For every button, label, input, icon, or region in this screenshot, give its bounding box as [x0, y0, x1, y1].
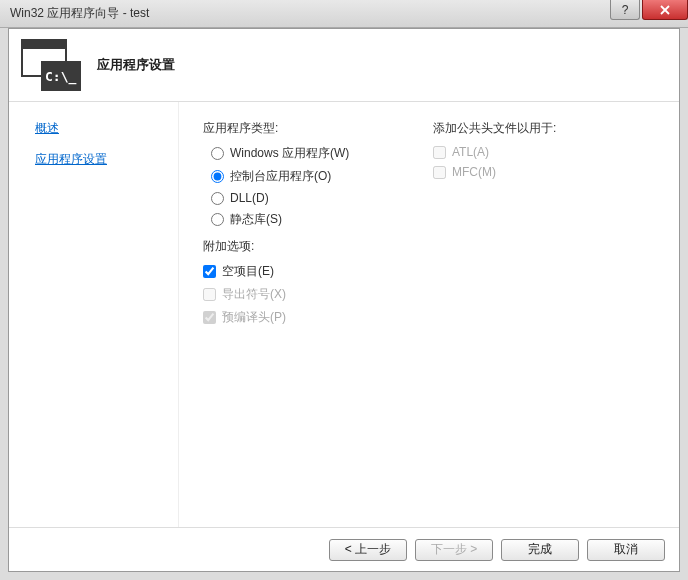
close-button[interactable]	[642, 0, 688, 20]
content-area: C:\_ 应用程序设置 概述 应用程序设置 应用程序类型: Windows 应用…	[8, 28, 680, 572]
main-panel: 应用程序类型: Windows 应用程序(W) 控制台应用程序(O) DLL(D…	[179, 102, 679, 527]
titlebar-controls: ?	[610, 0, 688, 20]
radio-label: DLL(D)	[230, 191, 269, 205]
radio-static-lib[interactable]: 静态库(S)	[211, 211, 383, 228]
right-column: 添加公共头文件以用于: ATL(A) MFC(M)	[433, 120, 556, 517]
sidebar: 概述 应用程序设置	[9, 102, 179, 527]
radio-label: 控制台应用程序(O)	[230, 168, 331, 185]
additional-title: 附加选项:	[203, 238, 383, 255]
checkbox-label: 导出符号(X)	[222, 286, 286, 303]
radio-label: 静态库(S)	[230, 211, 282, 228]
checkbox-label: ATL(A)	[452, 145, 489, 159]
footer: < 上一步 下一步 > 完成 取消	[9, 527, 679, 571]
checkbox-input	[203, 311, 216, 324]
check-mfc: MFC(M)	[433, 165, 556, 179]
headers-title: 添加公共头文件以用于:	[433, 120, 556, 137]
page-title: 应用程序设置	[97, 56, 175, 74]
check-atl: ATL(A)	[433, 145, 556, 159]
cancel-button[interactable]: 取消	[587, 539, 665, 561]
titlebar: Win32 应用程序向导 - test ?	[0, 0, 688, 28]
checkbox-input	[433, 166, 446, 179]
radio-input[interactable]	[211, 147, 224, 160]
finish-button[interactable]: 完成	[501, 539, 579, 561]
radio-input[interactable]	[211, 213, 224, 226]
left-column: 应用程序类型: Windows 应用程序(W) 控制台应用程序(O) DLL(D…	[203, 120, 383, 517]
wizard-window: Win32 应用程序向导 - test ? C:\_ 应用程序设置 概述 应用程…	[0, 0, 688, 580]
check-export-symbols: 导出符号(X)	[203, 286, 383, 303]
radio-input[interactable]	[211, 192, 224, 205]
wizard-icon: C:\_	[21, 39, 81, 91]
radio-input[interactable]	[211, 170, 224, 183]
next-button: 下一步 >	[415, 539, 493, 561]
checkbox-input[interactable]	[203, 265, 216, 278]
window-title: Win32 应用程序向导 - test	[10, 5, 149, 22]
checkbox-input	[433, 146, 446, 159]
prev-button[interactable]: < 上一步	[329, 539, 407, 561]
check-empty-project[interactable]: 空项目(E)	[203, 263, 383, 280]
radio-label: Windows 应用程序(W)	[230, 145, 349, 162]
console-icon: C:\_	[41, 61, 81, 91]
checkbox-label: MFC(M)	[452, 165, 496, 179]
radio-console-app[interactable]: 控制台应用程序(O)	[211, 168, 383, 185]
close-icon	[660, 5, 670, 15]
checkbox-label: 预编译头(P)	[222, 309, 286, 326]
checkbox-label: 空项目(E)	[222, 263, 274, 280]
sidebar-item-settings[interactable]: 应用程序设置	[35, 151, 178, 168]
radio-windows-app[interactable]: Windows 应用程序(W)	[211, 145, 383, 162]
app-type-title: 应用程序类型:	[203, 120, 383, 137]
checkbox-input	[203, 288, 216, 301]
sidebar-item-overview[interactable]: 概述	[35, 120, 178, 137]
radio-dll[interactable]: DLL(D)	[211, 191, 383, 205]
help-button[interactable]: ?	[610, 0, 640, 20]
header: C:\_ 应用程序设置	[9, 29, 679, 102]
check-precompiled-header: 预编译头(P)	[203, 309, 383, 326]
body: 概述 应用程序设置 应用程序类型: Windows 应用程序(W) 控制台应用程…	[9, 102, 679, 527]
